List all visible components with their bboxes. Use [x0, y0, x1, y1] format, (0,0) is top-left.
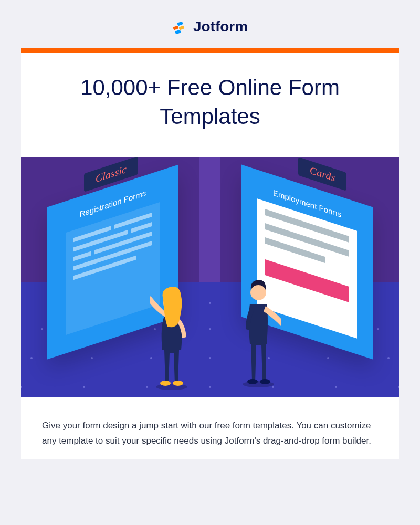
headline-section: 10,000+ Free Online Form Templates [21, 52, 399, 157]
svg-point-14 [209, 328, 211, 330]
person-illustration-left [150, 274, 194, 390]
svg-point-21 [209, 357, 211, 359]
svg-rect-1 [177, 21, 183, 26]
svg-point-33 [160, 381, 171, 386]
svg-point-28 [209, 386, 211, 388]
svg-rect-2 [178, 25, 184, 30]
svg-point-34 [173, 381, 183, 386]
svg-point-25 [21, 386, 22, 388]
body-paragraph: Give your form design a jump start with … [21, 397, 399, 459]
svg-point-11 [41, 328, 43, 330]
svg-point-23 [327, 357, 329, 359]
svg-point-32 [156, 384, 187, 390]
brand-logo[interactable]: Jotform [21, 10, 399, 48]
svg-point-30 [335, 386, 337, 388]
svg-point-38 [260, 379, 270, 384]
svg-rect-0 [173, 25, 178, 30]
brand-name: Jotform [193, 18, 248, 35]
hero-illustration: Registration Forms Employment Forms [21, 157, 399, 397]
page-headline: 10,000+ Free Online Form Templates [52, 74, 368, 131]
svg-point-17 [377, 328, 379, 330]
svg-point-24 [387, 357, 390, 359]
jotform-logo-icon [172, 19, 188, 35]
svg-point-27 [146, 386, 148, 388]
svg-point-26 [83, 386, 85, 388]
content-card: 10,000+ Free Online Form Templates Regis… [21, 48, 399, 459]
svg-point-19 [91, 357, 93, 359]
svg-point-18 [30, 357, 33, 359]
svg-point-7 [209, 302, 211, 304]
svg-point-37 [247, 379, 258, 384]
svg-point-31 [398, 386, 399, 388]
person-illustration-right [236, 266, 281, 387]
svg-rect-3 [175, 29, 181, 34]
